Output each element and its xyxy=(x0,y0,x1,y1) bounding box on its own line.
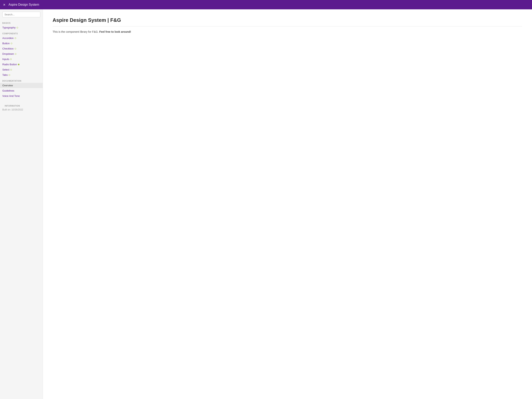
sidebar-item-guidelines[interactable]: Guidelines xyxy=(0,88,43,93)
nav-item-label: Typography xyxy=(2,26,16,29)
section-label-components: COMPONENTS xyxy=(0,30,43,35)
status-dot-typography xyxy=(17,27,18,28)
section-label-information: INFORMATION xyxy=(2,103,40,108)
sidebar: BASICS Typography COMPONENTS Accordion B… xyxy=(0,9,43,399)
page-title: Aspire Design System | F&G xyxy=(53,17,522,26)
nav-item-label: Checkbox xyxy=(2,47,14,50)
sidebar-item-button[interactable]: Button xyxy=(0,41,43,46)
main-layout: BASICS Typography COMPONENTS Accordion B… xyxy=(0,9,532,399)
status-dot-radio xyxy=(18,64,19,65)
sidebar-item-inputs[interactable]: Inputs xyxy=(0,57,43,62)
nav-item-label: Accordion xyxy=(2,37,14,39)
sidebar-item-checkbox[interactable]: Checkbox xyxy=(0,46,43,51)
sidebar-item-tabs[interactable]: Tabs xyxy=(0,72,43,77)
status-dot-select xyxy=(10,69,12,71)
sidebar-item-typography[interactable]: Typography xyxy=(0,25,43,30)
sidebar-item-overview[interactable]: Overview xyxy=(0,83,43,88)
app-title: Aspire Design System xyxy=(9,3,39,6)
main-content: Aspire Design System | F&G This is the c… xyxy=(43,9,532,399)
section-components: COMPONENTS Accordion Button Checkbox Dro… xyxy=(0,30,43,77)
sidebar-item-select[interactable]: Select xyxy=(0,67,43,72)
nav-item-label: Voice And Tone xyxy=(2,95,20,97)
section-information: INFORMATION Built on: 10/26/2022 xyxy=(0,100,43,114)
sidebar-item-accordion[interactable]: Accordion xyxy=(0,35,43,41)
nav-item-label: Select xyxy=(2,68,9,71)
status-dot-dropdown xyxy=(15,53,16,55)
app-header: × Aspire Design System xyxy=(0,0,532,9)
nav-item-label: Tabs xyxy=(2,73,8,76)
section-label-documentation: DOCUMENTATION xyxy=(0,77,43,83)
page-description: This is the component library for F&G. F… xyxy=(53,30,522,34)
close-button[interactable]: × xyxy=(3,3,6,7)
nav-item-label: Overview xyxy=(2,84,13,87)
nav-item-label: Guidelines xyxy=(2,89,14,92)
status-dot-inputs xyxy=(10,58,12,60)
section-label-basics: BASICS xyxy=(0,20,43,25)
nav-item-label: Button xyxy=(2,42,10,45)
section-documentation: DOCUMENTATION Overview Guidelines Voice … xyxy=(0,77,43,99)
sidebar-item-voice-and-tone[interactable]: Voice And Tone xyxy=(0,93,43,99)
close-icon: × xyxy=(3,3,6,7)
status-dot-checkbox xyxy=(15,48,16,50)
nav-item-label: Inputs xyxy=(2,58,9,61)
nav-item-label: Radio Button xyxy=(2,63,17,66)
sidebar-item-radio-button[interactable]: Radio Button xyxy=(0,62,43,67)
description-plain: This is the component library for F&G. xyxy=(53,30,99,33)
nav-item-label: Dropdown xyxy=(2,52,14,55)
sidebar-item-dropdown[interactable]: Dropdown xyxy=(0,51,43,57)
section-basics: BASICS Typography xyxy=(0,20,43,30)
status-dot-button xyxy=(11,43,12,44)
status-dot-tabs xyxy=(9,74,10,76)
built-on-text: Built on: 10/26/2022 xyxy=(2,108,23,111)
status-dot-accordion xyxy=(15,37,16,39)
description-bold: Feel free to look around! xyxy=(99,30,131,33)
search-container xyxy=(0,9,43,20)
search-input[interactable] xyxy=(2,12,40,17)
